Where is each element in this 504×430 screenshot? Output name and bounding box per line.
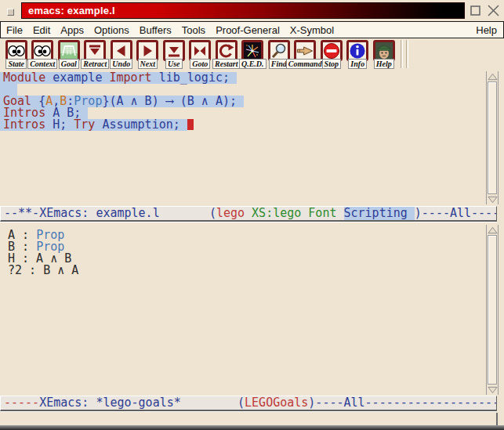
- toolbar-button-retract[interactable]: Retract: [82, 40, 109, 69]
- toolbar-button-help[interactable]: Help: [371, 40, 397, 69]
- titlebar: emacs: example.l: [0, 0, 504, 21]
- toolbar-button-label: Context: [27, 59, 57, 69]
- token: }(A ∧ B) ⟶ (B ∧ A);: [102, 94, 237, 108]
- menubar: FileEditAppsOptionsBuffersToolsProof-Gen…: [0, 21, 504, 38]
- menu-item-tools[interactable]: Tools: [182, 24, 205, 36]
- toolbar-button-label: Goal: [59, 59, 79, 69]
- token: Intros: [3, 117, 45, 132]
- toolbar-button-label: State: [5, 59, 27, 69]
- toolbar-button-label: Goto: [190, 59, 210, 69]
- toolbar-button-next[interactable]: Next: [135, 40, 161, 69]
- locked-region-highlight: Module example Import lib_logic;: [0, 72, 237, 84]
- script-buffer[interactable]: Module example Import lib_logic; Goal {A…: [0, 70, 504, 206]
- magnifier-icon: [268, 40, 290, 61]
- goals-scrollbar[interactable]: [486, 225, 499, 395]
- token: H;: [45, 117, 74, 132]
- toolbar-button-use[interactable]: Use: [161, 40, 187, 69]
- scroll-up-icon[interactable]: [487, 72, 498, 81]
- echo-area[interactable]: [0, 411, 504, 425]
- menu-item-x-symbol[interactable]: X-Symbol: [290, 24, 334, 36]
- scroll-up-icon[interactable]: [487, 226, 498, 234]
- fireworks-icon: [241, 40, 263, 61]
- token: (: [237, 396, 245, 410]
- toolbar-button-label: Use: [165, 59, 183, 69]
- toolbar-button-qed[interactable]: Q.E.D.: [240, 40, 267, 69]
- close-icon: [487, 4, 500, 17]
- token: Module: [3, 70, 45, 85]
- goals-line: ?2 : B ∧ A: [0, 265, 504, 276]
- menu-item-edit[interactable]: Edit: [33, 24, 50, 36]
- window-menu-icon[interactable]: [7, 9, 14, 16]
- toolbar-button-label: Stop: [322, 59, 341, 69]
- toolbar-button-label: Info: [348, 59, 367, 69]
- toolbar-button-state[interactable]: State: [3, 40, 30, 69]
- toolbar-separator: [406, 40, 408, 68]
- toolbar-button-restart[interactable]: Restart: [213, 40, 240, 69]
- token: Import: [109, 70, 151, 85]
- retract-icon: [84, 40, 106, 61]
- undo-triangle-icon: [111, 40, 132, 61]
- goals-buffer-text: A : PropB : PropH : A ∧ B?2 : B ∧ A: [0, 229, 504, 276]
- modeline-goals[interactable]: -----XEmacs: *lego-goals* (LEGOGoals)---…: [0, 396, 497, 411]
- pointing-hand-icon: [294, 40, 316, 61]
- menu-item-apps[interactable]: Apps: [60, 24, 84, 36]
- toolbar-separator: [401, 40, 403, 68]
- titlebar-drag-area[interactable]: emacs: example.l: [21, 2, 465, 19]
- goals-buffer[interactable]: A : PropB : PropH : A ∧ B?2 : B ∧ A: [0, 222, 504, 396]
- toolbar-button-goto[interactable]: Goto: [187, 40, 214, 69]
- goals-line: A : Prop: [0, 229, 504, 241]
- eyes-icon: [5, 40, 27, 61]
- buffer-line: Module example Import lib_logic;: [0, 72, 504, 84]
- toolbar-button-command[interactable]: Command: [292, 40, 319, 69]
- toolbar-button-label: Q.E.D.: [239, 59, 267, 69]
- token: XEmacs: *lego-goals*: [39, 396, 237, 410]
- toolbar-button-label: Next: [138, 59, 158, 69]
- restart-arrows-icon: [216, 40, 237, 61]
- buffer-line: Intros H; Try Assumption;: [0, 119, 504, 131]
- scroll-thumb[interactable]: [488, 235, 497, 385]
- locked-region-highlight: Intros H; Try Assumption;: [0, 119, 187, 131]
- info-circle-icon: [346, 40, 368, 61]
- menu-item-proof-general[interactable]: Proof-General: [216, 24, 280, 36]
- text-cursor: [187, 119, 194, 130]
- toolbar-button-stop[interactable]: Stop: [318, 40, 345, 69]
- scroll-down-icon[interactable]: [487, 195, 498, 204]
- token: )----All----: [415, 206, 497, 220]
- menu-item-buffers[interactable]: Buffers: [140, 24, 172, 36]
- maximize-button[interactable]: [468, 3, 483, 18]
- goals-line: B : Prop: [0, 241, 504, 253]
- resize-grip[interactable]: [496, 413, 500, 425]
- maximize-icon: [470, 5, 481, 16]
- toolbar: StateContextGoalRetractUndoNextUseGotoRe…: [0, 38, 504, 70]
- token: XS:lego Font: [252, 206, 343, 220]
- window-title: emacs: example.l: [22, 5, 115, 16]
- token: (: [209, 206, 216, 220]
- menu-item-help[interactable]: Help: [476, 24, 503, 36]
- help-face-icon: [373, 40, 395, 61]
- toolbar-button-info[interactable]: Info: [345, 40, 372, 69]
- toolbar-button-undo[interactable]: Undo: [108, 40, 135, 69]
- toolbar-button-label: Command: [286, 59, 325, 69]
- soccer-goal-icon: [58, 40, 80, 61]
- toolbar-button-goal[interactable]: Goal: [56, 40, 82, 69]
- token: Scripting: [344, 206, 415, 220]
- window-bottom-frame: [0, 425, 504, 430]
- scroll-down-icon[interactable]: [487, 385, 498, 394]
- menu-items: FileEditAppsOptionsBuffersToolsProof-Gen…: [1, 24, 476, 36]
- token: LEGOGoals: [245, 396, 308, 410]
- token: ?2 : B ∧ A: [8, 263, 78, 277]
- modeline-script[interactable]: --**-XEmacs: example.l (lego XS:lego Fon…: [0, 206, 497, 222]
- menu-item-options[interactable]: Options: [94, 24, 129, 36]
- toolbar-button-label: Retract: [81, 59, 109, 69]
- token: lib_logic;: [152, 70, 230, 85]
- script-buffer-text: Module example Import lib_logic; Goal {A…: [0, 72, 504, 131]
- goto-bowtie-icon: [189, 40, 211, 61]
- scroll-thumb[interactable]: [488, 81, 497, 194]
- eyes-icon: [31, 40, 53, 61]
- close-button[interactable]: [486, 3, 501, 18]
- toolbar-button-context[interactable]: Context: [30, 40, 56, 69]
- menu-item-file[interactable]: File: [6, 24, 23, 36]
- token: )----All--------------------: [308, 396, 497, 410]
- toolbar-button-label: Undo: [110, 59, 132, 69]
- script-scrollbar[interactable]: [486, 71, 499, 204]
